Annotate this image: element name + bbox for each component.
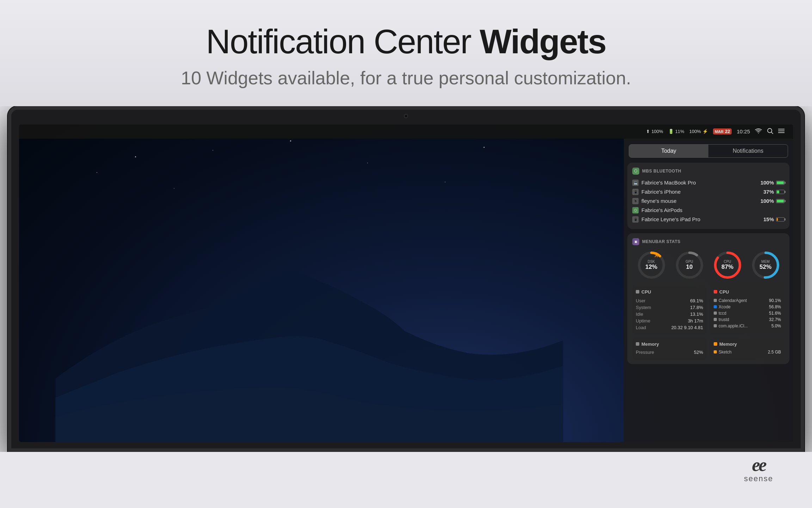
device-battery-4: 15% <box>763 216 774 222</box>
webcam <box>404 114 408 118</box>
menubar-calendar: MAR 22 <box>713 128 732 134</box>
dsk-circle: DSK 12% <box>636 250 666 280</box>
menubar-stats-icon: ⬆ 100% <box>646 129 663 134</box>
cpu-row-system: System 17.8% <box>636 304 703 311</box>
subtitle: 10 Widgets available, for a true persona… <box>0 67 812 89</box>
notification-panel: Today Notifications ⬡ MBS BLUETOOTH 💻 Fa… <box>624 139 793 442</box>
cpu-row-load: Load 20.32 9.10 4.81 <box>636 324 703 331</box>
stats-circles: DSK 12% GPU 10 <box>632 249 785 283</box>
dune-svg <box>19 220 599 442</box>
cpu-stats-left: CPU User 69.1% System 17.8% Id <box>632 286 707 334</box>
gpu-label: GPU <box>685 260 693 264</box>
process-0: CalendarAgent 90.1% <box>714 297 781 304</box>
device-row-4: 📱 Fabrice Leyne's iPad Pro 15% <box>632 215 785 224</box>
menubar-bat1: 100% <box>651 129 663 134</box>
cpu-row-user: User 69.1% <box>636 297 703 304</box>
tab-bar: Today Notifications <box>629 144 788 158</box>
process-1: Xcode 56.8% <box>714 304 781 310</box>
menubar-icon3: 100% ⚡ <box>689 129 708 134</box>
gpu-circle: GPU 10 <box>675 250 705 280</box>
cpu-row-idle: Idle 13.1% <box>636 311 703 318</box>
memory-stats-left: Memory Pressure 52% <box>632 338 707 359</box>
menubar: ⬆ 100% 🔋 11% 100% ⚡ MAR 22 10:25 <box>19 125 793 139</box>
device-name-3: Fabrice's AirPods <box>641 207 682 213</box>
cpu-stats-right: CPU CalendarAgent 90.1% Xcode 56.8% <box>710 286 785 334</box>
mem-label: MEM <box>759 260 771 264</box>
device-name-1: Fabrice's iPhone <box>641 189 681 195</box>
dsk-value: 12% <box>645 264 657 271</box>
process-2: tccd 51.6% <box>714 310 781 316</box>
memory-stats-right: Memory Sketch 2.5 GB <box>710 338 785 359</box>
title-bold: Widgets <box>480 23 606 60</box>
device-name-2: fleyne's mouse <box>641 198 677 204</box>
memory-stats-row: Memory Pressure 52% Memory <box>632 338 785 359</box>
stats-header: ▣ MENUBAR STATS <box>632 238 785 245</box>
menubar-stats-widget: ▣ MENUBAR STATS <box>627 233 789 364</box>
process-3: trustd 32.7% <box>714 316 781 323</box>
process-4: com.apple.iCl... 5.0% <box>714 323 781 329</box>
bluetooth-section-title: MBS BLUETOOTH <box>642 169 681 174</box>
header-section: Notification Center Widgets 10 Widgets a… <box>0 0 812 106</box>
mem-circle: MEM 52% <box>751 250 781 280</box>
device-name-0: Fabrice's MacBook Pro <box>641 180 696 186</box>
device-battery-2: 100% <box>761 198 774 204</box>
device-name-4: Fabrice Leyne's iPad Pro <box>641 216 700 222</box>
menubar-bat2: 11% <box>675 129 684 134</box>
device-row-0: 💻 Fabrice's MacBook Pro 100% <box>632 178 785 187</box>
stats-icon: ▣ <box>632 238 639 245</box>
device-battery-1: 37% <box>763 189 774 195</box>
mem-value: 52% <box>759 264 771 271</box>
laptop-bezel: ⬆ 100% 🔋 11% 100% ⚡ MAR 22 10:25 <box>8 106 804 452</box>
menubar-icon2: 🔋 11% <box>668 129 684 134</box>
device-row-2: 🖱 fleyne's mouse 100% <box>632 196 785 206</box>
device-row-1: 📱 Fabrice's iPhone 37% <box>632 187 785 196</box>
cpu-circle: CPU 87% <box>713 250 743 280</box>
menubar-time: 10:25 <box>737 128 750 134</box>
memory-right-title: Memory <box>719 341 737 347</box>
dsk-label: DSK <box>645 260 657 264</box>
cpu-circle-label: CPU <box>721 260 733 264</box>
menu-icon[interactable] <box>778 128 785 135</box>
menubar-bat3: 100% <box>689 129 701 134</box>
memory-left-title: Memory <box>641 341 659 347</box>
tab-notifications[interactable]: Notifications <box>708 145 788 157</box>
bluetooth-icon: ⬡ <box>632 168 639 175</box>
cpu-circle-value: 87% <box>721 264 733 271</box>
gpu-value: 10 <box>685 264 693 271</box>
logo-text: seense <box>744 474 773 483</box>
stats-section-title: MENUBAR STATS <box>642 239 681 244</box>
wifi-icon[interactable] <box>755 128 762 135</box>
device-battery-0: 100% <box>761 180 774 186</box>
page-title: Notification Center Widgets <box>0 23 812 60</box>
bluetooth-widget: ⬡ MBS BLUETOOTH 💻 Fabrice's MacBook Pro … <box>627 163 789 229</box>
bluetooth-header: ⬡ MBS BLUETOOTH <box>632 168 785 175</box>
tab-today[interactable]: Today <box>629 145 708 157</box>
cpu-left-title: CPU <box>641 289 651 295</box>
cpu-stats-row: CPU User 69.1% System 17.8% Id <box>632 286 785 334</box>
search-icon[interactable] <box>767 128 773 135</box>
svg-point-0 <box>768 128 772 133</box>
screen-content: ⬆ 100% 🔋 11% 100% ⚡ MAR 22 10:25 <box>19 125 793 442</box>
title-normal: Notification Center <box>206 23 480 60</box>
macbook-container: ⬆ 100% 🔋 11% 100% ⚡ MAR 22 10:25 <box>0 106 812 452</box>
device-row-3: ⬡ Fabrice's AirPods <box>632 206 785 215</box>
svg-line-1 <box>771 132 773 134</box>
cpu-right-title: CPU <box>719 289 729 295</box>
cpu-row-uptime: Uptime 3h 17m <box>636 318 703 324</box>
seense-logo: ee seense <box>744 456 773 483</box>
